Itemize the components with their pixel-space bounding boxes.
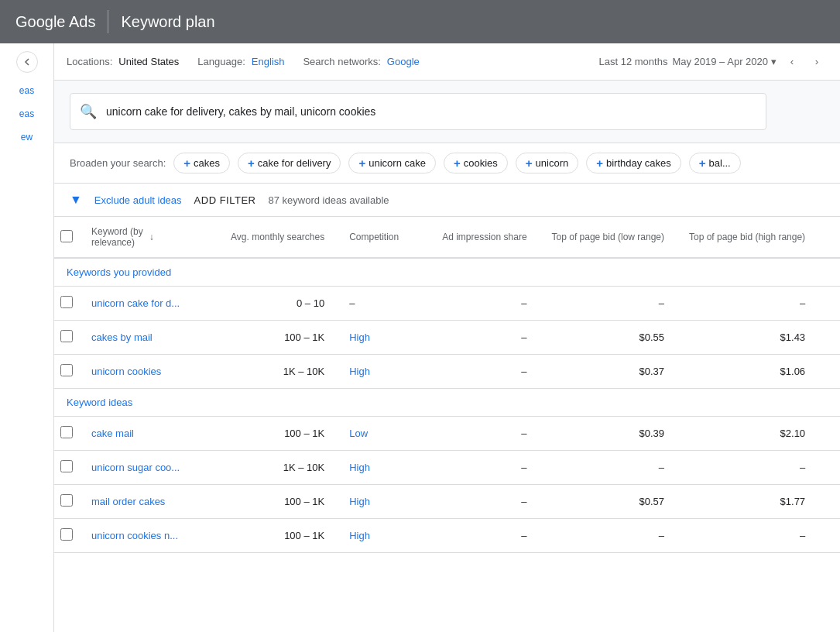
broaden-chip-unicorn[interactable]: + unicorn xyxy=(516,153,578,173)
row-checkbox-cell[interactable] xyxy=(54,321,79,355)
plus-icon: + xyxy=(526,156,533,170)
keywords-table-container: Keyword (byrelevance) ↓ Avg. monthly sea… xyxy=(54,217,840,553)
keyword-link[interactable]: cake mail xyxy=(91,428,134,439)
col-keyword[interactable]: Keyword (byrelevance) ↓ xyxy=(79,217,218,258)
searches-cell: 1K – 10K xyxy=(218,451,337,485)
search-icon: 🔍 xyxy=(80,103,97,120)
language-value: English xyxy=(252,56,285,67)
row-checkbox-cell[interactable] xyxy=(54,287,79,321)
sidebar-item-2[interactable]: eas xyxy=(0,102,53,125)
competition-cell: High xyxy=(337,451,430,485)
bid-low-cell: – xyxy=(540,519,677,553)
select-all-checkbox[interactable] xyxy=(60,230,73,242)
keyword-link[interactable]: unicorn cookies n... xyxy=(91,530,178,541)
sort-arrow-icon[interactable]: ↓ xyxy=(149,232,154,242)
ac-cell xyxy=(818,519,840,553)
keyword-link[interactable]: unicorn cookies xyxy=(91,366,161,377)
location-value: United States xyxy=(118,56,179,67)
searches-cell: 100 – 1K xyxy=(218,417,337,451)
ac-cell xyxy=(818,417,840,451)
page-title: Keyword plan xyxy=(121,13,214,31)
col-bid-low[interactable]: Top of page bid (low range) xyxy=(540,217,677,258)
broaden-chip-cake-for-delivery[interactable]: + cake for delivery xyxy=(238,153,341,173)
exclude-adult-link[interactable]: Exclude adult ideas xyxy=(94,194,182,206)
keyword-link[interactable]: cakes by mail xyxy=(91,331,153,343)
sidebar-collapse-button[interactable] xyxy=(16,51,38,73)
ac-cell: – xyxy=(818,287,840,321)
broaden-chip-unicorn-cake[interactable]: + unicorn cake xyxy=(348,153,435,173)
chevron-down-icon[interactable]: ▾ xyxy=(771,56,777,67)
google-ads-logo: Google Ads xyxy=(15,13,95,31)
plus-icon: + xyxy=(699,156,706,170)
impression-cell: – xyxy=(430,417,539,451)
row-checkbox[interactable] xyxy=(60,426,73,438)
row-checkbox-cell[interactable] xyxy=(54,417,79,451)
col-bid-high-label: Top of page bid (high range) xyxy=(689,232,805,242)
col-keyword-label: Keyword (byrelevance) xyxy=(91,226,143,248)
plus-icon: + xyxy=(183,156,190,170)
competition-cell: High xyxy=(337,355,430,389)
col-bid-high[interactable]: Top of page bid (high range) xyxy=(677,217,818,258)
bid-low-cell: $0.37 xyxy=(540,355,677,389)
ac-cell xyxy=(818,485,840,519)
bid-low-cell: $0.57 xyxy=(540,485,677,519)
row-checkbox-cell[interactable] xyxy=(54,485,79,519)
next-period-button[interactable]: › xyxy=(806,51,828,73)
row-checkbox[interactable] xyxy=(60,528,73,541)
sidebar-item-1[interactable]: eas xyxy=(0,79,53,102)
filter-icon: ▼ xyxy=(70,193,82,207)
chip-label: unicorn xyxy=(536,157,569,169)
row-checkbox-cell[interactable] xyxy=(54,451,79,485)
search-box: 🔍 unicorn cake for delivery, cakes by ma… xyxy=(70,93,766,130)
table-row: cakes by mail 100 – 1K High – $0.55 $1.4… xyxy=(54,321,840,355)
location-label: Locations: xyxy=(67,56,112,67)
row-checkbox[interactable] xyxy=(60,364,73,376)
section-title-ideas: Keyword ideas xyxy=(54,389,840,417)
row-checkbox-cell[interactable] xyxy=(54,519,79,553)
search-input-value[interactable]: unicorn cake for delivery, cakes by mail… xyxy=(106,105,756,118)
date-dropdown[interactable]: May 2019 – Apr 2020 ▾ xyxy=(672,56,777,67)
col-avg-monthly[interactable]: Avg. monthly searches xyxy=(218,217,337,258)
ideas-count: 87 keyword ideas available xyxy=(268,194,389,206)
prev-period-button[interactable]: ‹ xyxy=(781,51,803,73)
plus-icon: + xyxy=(358,156,365,170)
row-checkbox[interactable] xyxy=(60,330,73,342)
bid-high-cell: $1.06 xyxy=(677,355,818,389)
network-value: Google xyxy=(387,56,420,67)
competition-cell: High xyxy=(337,519,430,553)
keyword-cell: unicorn cookies xyxy=(79,355,218,389)
table-row: unicorn cake for d... 0 – 10 – – – – – xyxy=(54,287,840,321)
competition-cell: Low xyxy=(337,417,430,451)
keyword-link[interactable]: mail order cakes xyxy=(91,496,165,507)
section-header-ideas: Keyword ideas xyxy=(54,389,840,417)
searches-cell: 100 – 1K xyxy=(218,519,337,553)
col-ac[interactable]: Ac xyxy=(818,217,840,258)
select-all-header[interactable] xyxy=(54,217,79,258)
row-checkbox[interactable] xyxy=(60,494,73,507)
col-competition-label: Competition xyxy=(349,232,399,242)
row-checkbox[interactable] xyxy=(60,296,73,308)
sidebar-item-3[interactable]: ew xyxy=(0,125,53,149)
main-layout: eas eas ew Locations: United States Lang… xyxy=(0,43,840,632)
add-filter-button[interactable]: ADD FILTER xyxy=(194,194,256,206)
keyword-link[interactable]: unicorn cake for d... xyxy=(91,297,180,309)
language-filter: Language: English xyxy=(197,56,284,67)
broaden-chip-bal[interactable]: + bal... xyxy=(689,153,741,173)
chip-label: cookies xyxy=(464,157,498,169)
date-range-selector[interactable]: Last 12 months May 2019 – Apr 2020 ▾ ‹ › xyxy=(599,51,828,73)
table-row: unicorn cookies n... 100 – 1K High – – – xyxy=(54,519,840,553)
col-avg-monthly-label: Avg. monthly searches xyxy=(231,232,324,242)
chip-label: bal... xyxy=(709,157,731,169)
col-ad-impression[interactable]: Ad impression share xyxy=(430,217,539,258)
broaden-chip-birthday-cakes[interactable]: + birthday cakes xyxy=(586,153,681,173)
col-ad-impression-label: Ad impression share xyxy=(442,232,526,242)
impression-cell: – xyxy=(430,451,539,485)
row-checkbox-cell[interactable] xyxy=(54,355,79,389)
impression-cell: – xyxy=(430,355,539,389)
col-competition[interactable]: Competition xyxy=(337,217,430,258)
broaden-chip-cookies[interactable]: + cookies xyxy=(444,153,508,173)
keyword-link[interactable]: unicorn sugar coo... xyxy=(91,462,180,473)
location-filter: Locations: United States xyxy=(67,56,179,67)
broaden-chip-cakes[interactable]: + cakes xyxy=(173,153,230,173)
row-checkbox[interactable] xyxy=(60,460,73,472)
